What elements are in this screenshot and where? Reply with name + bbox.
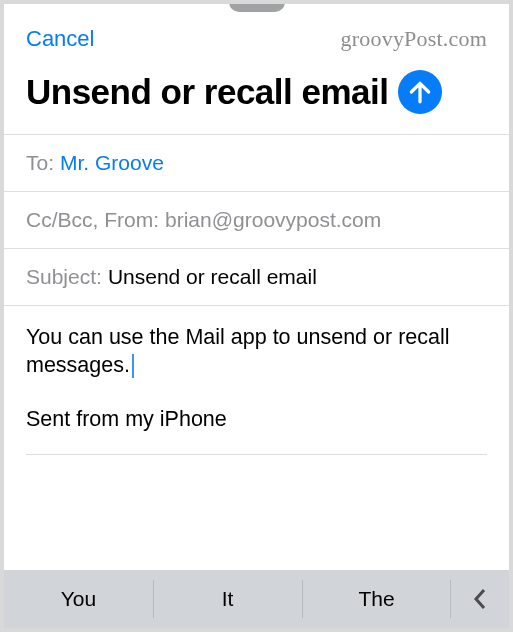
watermark-text: groovyPost.com: [341, 26, 487, 52]
sheet-grabber[interactable]: [229, 0, 285, 12]
text-cursor: [132, 354, 134, 378]
to-label: To:: [26, 151, 54, 175]
keyboard-collapse-button[interactable]: [451, 570, 509, 628]
subject-field[interactable]: Subject: Unsend or recall email: [4, 248, 509, 305]
body-text: You can use the Mail app to unsend or re…: [26, 325, 450, 377]
cancel-button[interactable]: Cancel: [26, 26, 94, 52]
keyboard-suggestion-1[interactable]: You: [4, 570, 153, 628]
signature: Sent from my iPhone: [26, 406, 487, 434]
to-recipient[interactable]: Mr. Groove: [60, 151, 164, 175]
send-button[interactable]: [398, 70, 442, 114]
ccbcc-from-field[interactable]: Cc/Bcc, From: brian@groovypost.com: [4, 191, 509, 248]
from-address: brian@groovypost.com: [165, 208, 381, 232]
keyboard-suggestion-3[interactable]: The: [302, 570, 451, 628]
subject-label: Subject:: [26, 265, 102, 289]
chevron-left-icon: [472, 587, 488, 611]
message-body[interactable]: You can use the Mail app to unsend or re…: [4, 305, 509, 455]
ccbcc-label: Cc/Bcc, From:: [26, 208, 159, 232]
subject-value: Unsend or recall email: [108, 265, 317, 289]
keyboard-suggestion-bar: You It The: [4, 570, 509, 628]
to-field[interactable]: To: Mr. Groove: [4, 134, 509, 191]
compose-title: Unsend or recall email: [26, 74, 388, 111]
arrow-up-icon: [407, 79, 433, 105]
keyboard-suggestion-2[interactable]: It: [153, 570, 302, 628]
